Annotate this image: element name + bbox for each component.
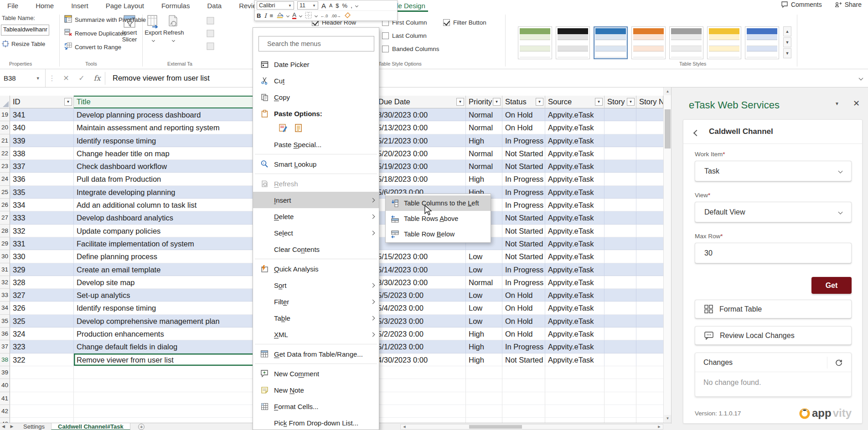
table-style-yellow[interactable] — [707, 26, 741, 59]
tools-convert-to-range[interactable]: Convert to Range — [64, 42, 121, 52]
filter-icon[interactable]: ▼ — [627, 98, 635, 106]
checkbox-banded-columns[interactable]: Banded Columns — [382, 46, 439, 52]
export-button[interactable]: Export — [143, 15, 163, 43]
row-number[interactable]: 37 — [0, 340, 10, 353]
scroll-up-icon[interactable]: ▲ — [664, 88, 671, 95]
borders-icon[interactable] — [305, 12, 312, 20]
increase-decimal-icon[interactable]: .00→ — [331, 14, 341, 18]
refresh-button[interactable]: Refresh — [163, 15, 183, 43]
tools-remove-duplicates[interactable]: Remove Duplicates — [64, 28, 126, 38]
submenu-item-table-columns-to-the-left[interactable]: Table Columns to the Left — [386, 195, 491, 211]
checkbox-filter-button[interactable]: Filter Button — [443, 19, 486, 26]
formula-input[interactable]: Remove viewer from user list — [105, 74, 210, 82]
row-number[interactable]: 42 — [0, 405, 10, 418]
resize-table-button[interactable]: Resize Table — [2, 40, 45, 47]
row-number[interactable]: 36 — [0, 328, 10, 340]
menu-item-new-comment[interactable]: New Comment — [253, 365, 379, 382]
font-size-select[interactable]: 11▼ — [297, 1, 318, 10]
filter-icon[interactable]: ▼ — [456, 98, 464, 106]
menu-item-copy[interactable]: Copy — [253, 89, 379, 105]
dropdown-icon[interactable] — [286, 14, 289, 17]
menu-item-date-picker[interactable]: Date Picker — [253, 56, 379, 72]
format-painter-icon[interactable] — [344, 12, 351, 20]
gallery-more-icon[interactable]: ▼ — [783, 48, 791, 58]
filter-icon[interactable]: ▼ — [536, 98, 543, 106]
accounting-format-icon[interactable]: $ — [336, 2, 339, 9]
menu-search-input[interactable]: Search the menus — [258, 36, 374, 51]
column-header-id[interactable]: ID▼ — [10, 96, 74, 108]
sheet-nav-left-icon[interactable]: ◀ — [2, 424, 5, 429]
menu-item-cut[interactable]: Cut — [253, 72, 379, 89]
row-number[interactable]: 40 — [0, 379, 10, 392]
row-number[interactable]: 28 — [0, 225, 10, 237]
comments-button[interactable]: Comments — [781, 1, 822, 8]
tab-insert[interactable]: Insert — [70, 0, 89, 11]
external-data-small-buttons[interactable] — [206, 16, 215, 55]
menu-item-filter[interactable]: Filter — [253, 293, 379, 310]
gallery-down-icon[interactable]: ▼ — [783, 37, 791, 47]
share-button[interactable]: Share — [835, 1, 862, 8]
tab-file[interactable]: File — [6, 0, 19, 11]
get-button[interactable]: Get — [811, 277, 852, 294]
menu-item-pick-from-drop-down-list[interactable]: Pick From Drop-down List... — [253, 415, 379, 430]
cancel-formula-icon[interactable]: ✕ — [58, 74, 74, 82]
menu-item-quick-analysis[interactable]: Quick Analysis — [253, 261, 379, 277]
decrease-decimal-icon[interactable]: ←.0 — [320, 14, 328, 18]
menu-item-paste-options[interactable]: Paste Options: — [253, 105, 379, 122]
panel-close-icon[interactable]: ✕ — [853, 98, 860, 108]
shrink-font-icon[interactable]: A — [329, 3, 332, 8]
row-number[interactable]: 23 — [0, 160, 10, 173]
review-local-changes-button[interactable]: Review Local Changes — [695, 326, 852, 345]
menu-item-format-cells[interactable]: Format Cells... — [253, 398, 379, 415]
field-view-select[interactable]: Default View — [695, 202, 852, 222]
table-name-input[interactable]: Tablealdwellhanr — [1, 25, 49, 36]
fill-color-icon[interactable] — [276, 12, 284, 20]
sheet-tab-caldwell-channel-task[interactable]: Caldwell Channel#Task — [51, 423, 130, 430]
tab-formulas[interactable]: Formulas — [160, 0, 191, 11]
back-icon[interactable] — [694, 129, 699, 137]
font-color-icon[interactable]: A — [292, 12, 296, 19]
table-style-blue-dark[interactable] — [745, 26, 779, 59]
bold-icon[interactable]: B — [257, 12, 261, 19]
row-number[interactable]: 43 — [0, 418, 10, 423]
column-header-title[interactable]: Title — [74, 96, 255, 108]
italic-icon[interactable]: I — [264, 12, 266, 19]
vertical-scrollbar[interactable]: ▲ ▼ — [663, 87, 671, 423]
row-number[interactable]: 41 — [0, 392, 10, 405]
grow-font-icon[interactable]: A — [321, 2, 326, 10]
row-number[interactable]: 34 — [0, 302, 10, 314]
field-work-item-select[interactable]: Task — [695, 161, 852, 181]
scroll-left-icon[interactable]: ◀ — [401, 425, 408, 429]
column-header-due-date[interactable]: Due Date▼ — [376, 96, 466, 108]
horizontal-scrollbar[interactable]: ◀ ▶ — [400, 424, 663, 430]
table-style-black[interactable] — [556, 26, 590, 59]
table-style-light-green[interactable] — [518, 26, 552, 59]
filter-icon[interactable]: ▼ — [64, 98, 72, 106]
scroll-right-icon[interactable]: ▶ — [656, 425, 663, 429]
changes-refresh-icon[interactable] — [827, 357, 843, 369]
row-number[interactable]: 19 — [0, 108, 10, 121]
dropdown-icon[interactable] — [315, 14, 318, 17]
row-number[interactable]: 31 — [0, 263, 10, 276]
row-number[interactable]: 22 — [0, 147, 10, 160]
name-box[interactable]: B38▼ — [0, 69, 46, 87]
tab-home[interactable]: Home — [35, 0, 55, 11]
row-number[interactable]: 35 — [0, 315, 10, 328]
filter-icon[interactable]: ▼ — [493, 98, 501, 106]
row-number[interactable]: 33 — [0, 289, 10, 302]
format-table-button[interactable]: Format Table — [695, 300, 852, 318]
column-header-story-n[interactable]: Story N — [636, 96, 663, 108]
font-name-select[interactable]: Calibri▼ — [257, 1, 294, 10]
column-header-source[interactable]: Source▼ — [545, 96, 604, 108]
comma-style-icon[interactable]: , — [351, 2, 352, 9]
column-header-priority[interactable]: Priority▼ — [466, 96, 502, 108]
sheet-tab-settings[interactable]: Settings — [17, 423, 51, 430]
selected-cell[interactable]: Remove viewer from user list — [74, 353, 255, 366]
table-style-orange[interactable] — [631, 26, 666, 59]
tools-summarize-with-pivottable[interactable]: Summarize with PivotTable — [64, 15, 146, 25]
table-style-blue[interactable] — [594, 26, 628, 59]
row-number[interactable]: 39 — [0, 366, 10, 379]
row-number[interactable]: 20 — [0, 121, 10, 134]
row-number[interactable]: 27 — [0, 211, 10, 224]
tab-page-layout[interactable]: Page Layout — [105, 0, 145, 11]
